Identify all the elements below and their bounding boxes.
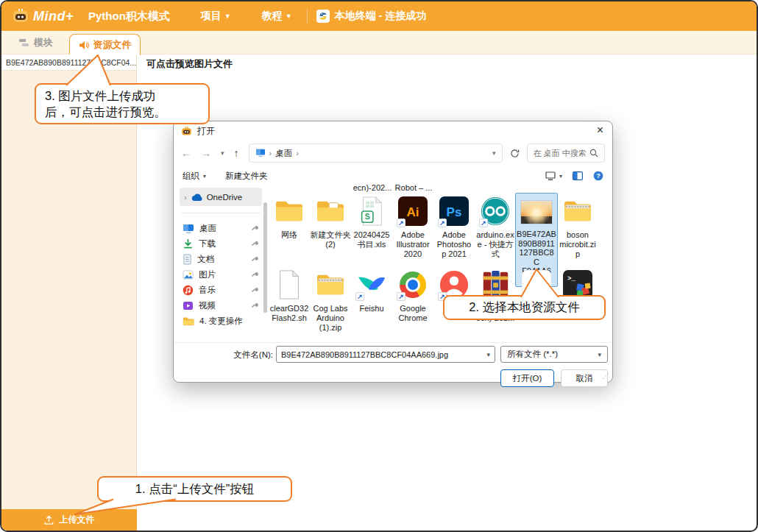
filename-label: 文件名(N): [203,350,273,361]
file-item[interactable]: ↗arduino.ex e - 快捷方 式 [475,195,516,259]
shortcut-arrow-icon: ↗ [355,292,364,301]
menu-tutorial[interactable]: 教程▼ [262,10,292,23]
file-item[interactable]: S20240425 书目.xls [351,195,392,249]
ps-icon: Ps↗ [438,195,470,227]
feishu-icon: ↗ [355,269,388,301]
chevron-down-icon: ▼ [224,13,231,20]
filetype-select[interactable]: 所有文件 (*.*) ▾ [500,346,608,363]
top-bar: Mind+ Python积木模式 项目▼ 教程▼ 本地终端 - 连接成功 [1,1,757,31]
shortcut-arrow-icon: ↗ [397,292,405,301]
file-item-label: 网络 [268,230,311,240]
resource-file-item[interactable]: B9E472AB890B8911127BBC8CF04... [1,54,136,71]
tab-module[interactable]: 模块 [19,31,53,54]
file-item-label: arduino.ex e - 快捷方 式 [474,230,517,259]
partial-file-label: ecn)-202... [352,183,393,192]
sunset-photo-thumbnail [520,200,553,224]
file-item[interactable]: 网络 [269,195,310,240]
file-item[interactable]: Ai↗Adobe Illustrator 2020 [392,195,433,259]
brand-name: Mind+ [33,9,74,24]
preview-hint-text: 可点击预览图片文件 [146,57,233,71]
file-item-label: Adobe Photosho p 2021 [433,230,475,259]
upload-icon [44,515,54,525]
chrome-icon: ↗ [397,269,429,301]
svg-text:S: S [365,212,370,221]
chevron-down-icon: ▾ [486,351,490,358]
shortcut-arrow-icon: ↗ [479,219,488,227]
file-item-label: clearGD32 Flash2.sh [268,304,311,323]
speaker-icon [79,40,89,50]
chevron-down-icon: ▾ [598,351,601,358]
menu-project[interactable]: 项目▼ [201,10,231,23]
zip-icon [314,269,347,301]
filename-input[interactable] [281,350,486,359]
shortcut-arrow-icon: ↗ [397,219,405,227]
shortcut-arrow-icon: ↗ [438,219,447,227]
file-item-label: Feishu [350,304,393,313]
file-item[interactable]: ↗Feishu [351,269,392,313]
open-file-dialog: 打开 × ← → ▾ ↑ › 桌面 › ▾ 在 桌面 中搜索 [173,121,613,383]
folder-icon [273,195,305,227]
file-item[interactable]: Cog Labs Arduino (1).zip [310,269,351,333]
xls-icon: S [355,195,388,227]
file-item[interactable]: 新建文件夹 (2) [310,195,351,249]
ai-icon: Ai↗ [397,195,429,227]
topbar-divider [307,9,308,24]
tab-bar: 模块 资源文件 [1,31,757,54]
cancel-button[interactable]: 取消 [561,369,608,387]
footer-divider [174,342,612,343]
file-item-label: Google Chrome [392,304,434,323]
file-item[interactable]: clearGD32 Flash2.sh [269,269,310,323]
terminal-status[interactable]: 本地终端 - 连接成功 [316,10,426,23]
file-item-label: 20240425 书目.xls [350,230,393,249]
zip-icon [562,195,594,227]
resource-panel: B9E472AB890B8911127BBC8CF04... [1,54,137,531]
doc-icon [273,269,305,301]
chevron-down-icon: ▼ [286,13,292,20]
callout-step3: 3. 图片文件上传成功 后，可点击进行预览。 [35,83,210,124]
tab-resource-files[interactable]: 资源文件 [69,34,141,55]
open-button[interactable]: 打开(O) [500,369,554,387]
app-window: Mind+ Python积木模式 项目▼ 教程▼ 本地终端 - 连接成功 模块 [0,0,758,532]
arduino-icon: ↗ [479,195,511,227]
mindplus-logo: Mind+ [12,9,74,24]
file-item[interactable]: Ps↗Adobe Photosho p 2021 [433,195,475,259]
callout-step1: 1. 点击“上传文件”按钮 [97,476,292,502]
svg-text:Ps: Ps [447,205,462,219]
mindplus-robot-icon [12,9,29,24]
folder-files-icon [314,195,347,227]
filename-combobox[interactable]: ▾ [276,346,495,363]
file-item[interactable]: boson microbit.zi p [557,195,598,259]
resize-grip[interactable]: ⋰ [602,372,609,380]
python-icon [316,10,330,23]
mode-label: Python积木模式 [88,10,170,24]
file-item-label: 新建文件夹 (2) [309,230,352,249]
callout-step2: 2. 选择本地资源文件 [443,295,606,320]
svg-text:>_: >_ [567,275,575,283]
partial-file-label: Robot – ... [393,183,434,192]
svg-text:Ai: Ai [407,205,419,219]
file-item-label: boson microbit.zi p [556,230,599,259]
file-item[interactable]: ↗Google Chrome [392,269,433,323]
blocks-icon [19,38,29,47]
photo-icon [520,196,553,228]
upload-file-button[interactable]: 上传文件 [1,509,137,531]
file-item-label: Adobe Illustrator 2020 [392,230,434,259]
file-item-label: Cog Labs Arduino (1).zip [309,304,352,333]
